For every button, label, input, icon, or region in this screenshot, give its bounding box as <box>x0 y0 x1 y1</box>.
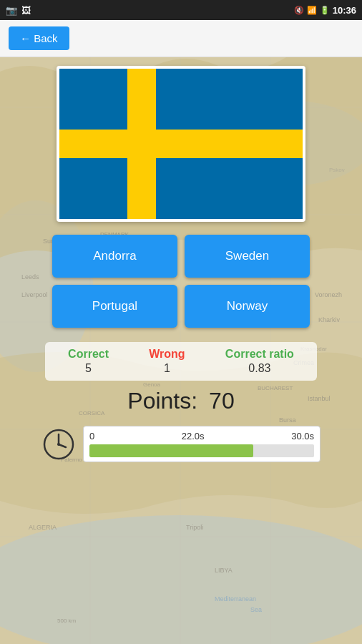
timer-end-label: 30.0s <box>291 431 314 441</box>
timer-bar-fill <box>89 444 253 457</box>
timer-bar-bg <box>89 444 314 457</box>
wrong-value: 1 <box>164 362 170 375</box>
time-display: 10:36 <box>333 5 356 16</box>
timer-start-label: 0 <box>89 431 94 441</box>
points-row: Points: 70 <box>127 388 234 414</box>
signal-icon: 📶 <box>307 6 317 15</box>
svg-text:Sea: Sea <box>250 606 262 613</box>
wrong-label: Wrong <box>149 348 185 361</box>
correct-value: 5 <box>85 362 92 375</box>
points-value: 70 <box>209 388 235 414</box>
main-content: Andorra Sweden Portugal Norway Correct 5… <box>0 57 362 462</box>
answer-buttons-grid: Andorra Sweden Portugal Norway <box>52 235 310 328</box>
correct-label: Correct <box>68 348 109 361</box>
stat-ratio: Correct ratio 0.83 <box>225 348 294 375</box>
timer-section: 0 22.0s 30.0s <box>41 426 321 462</box>
svg-text:500 km: 500 km <box>57 618 77 624</box>
top-bar: ← Back <box>0 20 362 57</box>
svg-point-3 <box>0 515 362 644</box>
ratio-label: Correct ratio <box>225 348 294 361</box>
stat-correct: Correct 5 <box>68 348 109 375</box>
status-bar-icons: 📷 🖼 <box>6 5 31 16</box>
svg-text:Tripoli: Tripoli <box>186 524 203 531</box>
status-bar: 📷 🖼 🔇 📶 🔋 10:36 <box>0 0 362 20</box>
svg-point-41 <box>57 443 60 446</box>
answer-button-andorra[interactable]: Andorra <box>52 235 177 278</box>
flag-container <box>57 66 305 222</box>
ratio-value: 0.83 <box>248 362 270 375</box>
svg-text:Mediterranean: Mediterranean <box>215 595 256 602</box>
answer-button-norway[interactable]: Norway <box>185 285 310 328</box>
answer-button-portugal[interactable]: Portugal <box>52 285 177 328</box>
timer-mid-label: 22.0s <box>182 431 205 441</box>
timer-labels: 0 22.0s 30.0s <box>89 431 314 441</box>
timer-bar-container: 0 22.0s 30.0s <box>83 426 321 462</box>
svg-text:LIBYA: LIBYA <box>215 567 233 574</box>
svg-text:ALGERIA: ALGERIA <box>29 524 57 531</box>
stats-row: Correct 5 Wrong 1 Correct ratio 0.83 <box>45 342 317 381</box>
camera-icon: 📷 <box>6 5 17 16</box>
battery-icon: 🔋 <box>320 6 330 15</box>
status-bar-right: 🔇 📶 🔋 10:36 <box>294 5 356 16</box>
flag-sweden <box>59 69 303 219</box>
image-icon: 🖼 <box>21 5 31 16</box>
points-label: Points: <box>127 388 197 414</box>
back-button[interactable]: ← Back <box>9 26 69 50</box>
stat-wrong: Wrong 1 <box>149 348 185 375</box>
mute-icon: 🔇 <box>294 6 304 15</box>
answer-button-sweden[interactable]: Sweden <box>185 235 310 278</box>
clock-icon <box>41 427 76 462</box>
